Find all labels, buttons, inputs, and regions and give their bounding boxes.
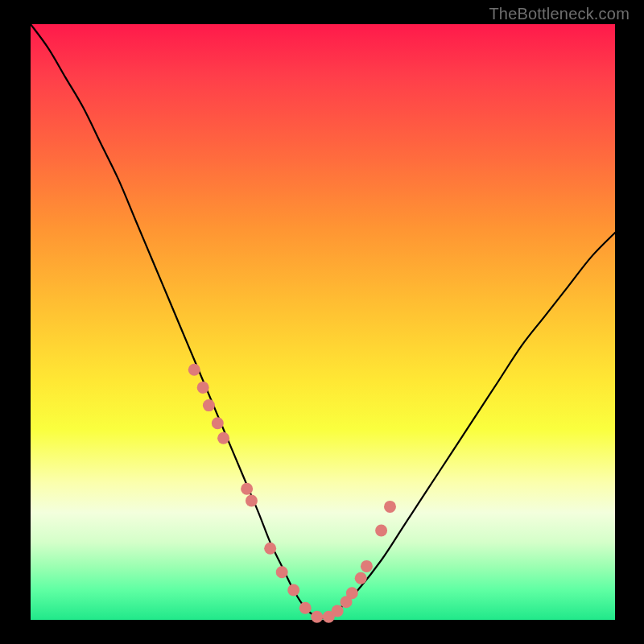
highlight-point xyxy=(299,602,312,614)
highlight-point xyxy=(264,543,276,555)
bottleneck-curve xyxy=(31,24,615,618)
highlight-point xyxy=(346,587,358,599)
plot-area xyxy=(31,24,615,620)
highlight-point xyxy=(375,525,387,537)
highlight-point xyxy=(311,611,323,623)
highlight-point xyxy=(203,399,215,411)
highlight-point xyxy=(287,584,299,597)
highlight-point xyxy=(188,364,200,376)
watermark-text: TheBottleneck.com xyxy=(489,5,630,23)
highlight-point xyxy=(384,501,396,513)
highlight-points xyxy=(188,364,396,623)
highlight-point xyxy=(212,417,224,429)
highlight-point xyxy=(246,495,258,507)
highlight-point xyxy=(241,483,253,495)
highlight-point xyxy=(355,572,367,584)
highlight-point xyxy=(217,432,229,444)
chart-svg xyxy=(31,24,615,620)
highlight-point xyxy=(332,605,344,617)
highlight-point xyxy=(197,382,209,394)
highlight-point xyxy=(361,560,373,572)
chart-frame: TheBottleneck.com xyxy=(0,0,644,644)
highlight-point xyxy=(276,566,288,578)
